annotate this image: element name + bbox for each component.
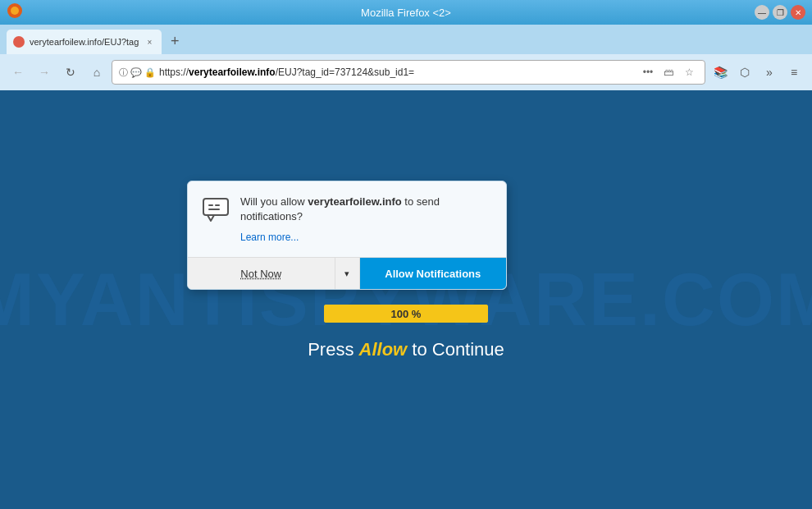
nav-bar: ← → ↻ ⌂ ⓘ 💬 🔒 https://verytearfoilew.inf… [0,54,812,90]
title-bar: Mozilla Firefox <2> — ❐ ✕ [0,0,812,25]
press-text: Press [308,339,358,360]
press-allow-message: Press Allow to Continue [308,339,504,360]
minimize-button[interactable]: — [755,5,769,20]
svg-point-1 [11,7,19,15]
not-now-dropdown-button[interactable]: ▾ [335,258,360,289]
svg-rect-2 [203,199,228,215]
not-now-label: Not Now [240,268,281,280]
sync-button[interactable]: ⬡ [733,61,756,84]
popup-body: Will you allow verytearfoilew.info to se… [188,181,506,250]
dropdown-icon: ▾ [344,268,349,279]
popup-domain: verytearfoilew.info [308,195,401,208]
popup-question-prefix: Will you allow [240,195,308,208]
url-security-icons: ⓘ 💬 🔒 [119,66,156,79]
popup-question: Will you allow verytearfoilew.info to se… [240,195,493,224]
more-button[interactable]: ••• [639,63,657,81]
comment-icon: 💬 [130,67,142,78]
back-button[interactable]: ← [7,61,30,84]
tab-close-button[interactable]: × [144,36,155,48]
extensions-button[interactable]: » [758,61,781,84]
tab-title: verytearfoilew.info/EUJ?tag [30,37,139,47]
page-center-content: 100 % Press Allow to Continue [308,305,504,360]
window-controls: — ❐ ✕ [755,5,805,20]
progress-text: 100 % [391,308,422,320]
pocket-button: 🗃 [659,63,677,81]
menu-button[interactable]: ≡ [782,61,805,84]
forward-button[interactable]: → [33,61,56,84]
allow-word: Allow [359,339,408,360]
svg-rect-4 [208,204,213,206]
popup-text-area: Will you allow verytearfoilew.info to se… [240,195,493,244]
new-tab-button[interactable]: + [163,30,186,53]
not-now-button[interactable]: Not Now [188,258,335,289]
firefox-logo [7,2,23,22]
chat-icon [201,195,230,224]
progress-bar: 100 % [324,305,488,323]
url-bar[interactable]: ⓘ 💬 🔒 https://verytearfoilew.info/EUJ?ta… [112,60,705,85]
reload-button[interactable]: ↻ [59,61,82,84]
active-tab[interactable]: verytearfoilew.info/EUJ?tag × [7,30,162,54]
bookmark-button[interactable]: ☆ [680,63,698,81]
nav-right-buttons: 📚 ⬡ » ≡ [709,61,805,84]
notification-popup: Will you allow verytearfoilew.info to se… [187,181,507,290]
maximize-button[interactable]: ❐ [773,5,787,20]
lock-icon: 🔒 [144,67,156,78]
page-content: MYANTISPYWARE.COM 100 % Press Allow to C… [0,90,812,509]
svg-marker-3 [208,215,214,221]
allow-notifications-button[interactable]: Allow Notifications [360,258,507,289]
window-title: Mozilla Firefox <2> [361,7,451,19]
info-icon: ⓘ [119,66,128,79]
home-button[interactable]: ⌂ [85,61,108,84]
library-button[interactable]: 📚 [709,61,732,84]
learn-more-link[interactable]: Learn more... [240,232,299,243]
continue-suffix: to Continue [407,339,504,360]
url-domain: verytearfoilew.info [189,66,276,78]
url-action-buttons: ••• 🗃 ☆ [639,63,698,81]
svg-rect-6 [208,209,220,210]
tab-bar: verytearfoilew.info/EUJ?tag × + [0,25,812,54]
close-button[interactable]: ✕ [791,5,805,20]
tab-favicon [13,36,25,48]
svg-rect-5 [215,204,220,206]
popup-buttons: Not Now ▾ Allow Notifications [188,257,506,289]
url-text: https://verytearfoilew.info/EUJ?tag_id=7… [159,66,636,78]
